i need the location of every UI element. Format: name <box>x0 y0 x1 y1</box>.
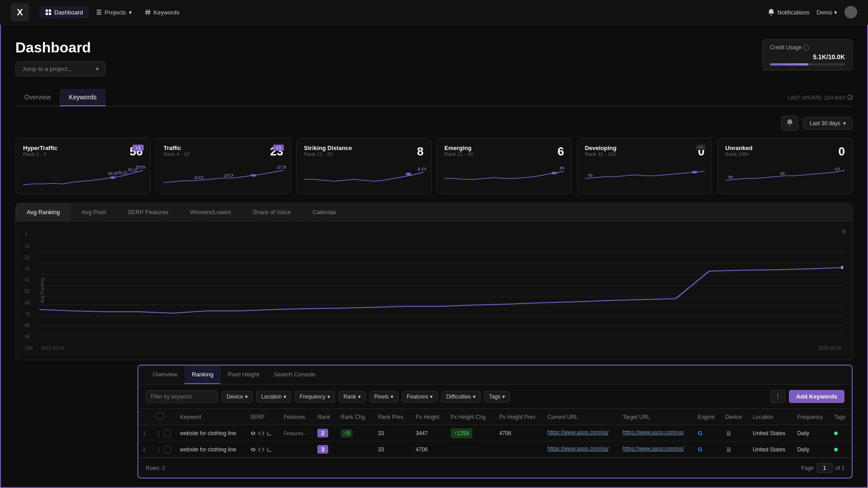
col-rank-chg[interactable]: Rank Chg. <box>336 409 373 425</box>
filter-pixels[interactable]: Pixels ▾ <box>369 391 398 403</box>
eye-icon[interactable] <box>250 446 256 453</box>
credit-value: 5.1K/10.0K <box>770 53 845 61</box>
row-checkbox[interactable] <box>164 446 171 453</box>
page-number-input[interactable] <box>816 463 833 473</box>
col-keyword[interactable]: Keyword <box>175 409 245 425</box>
col-features[interactable]: Features <box>279 409 313 425</box>
col-device[interactable]: Device <box>721 409 749 425</box>
code-icon[interactable] <box>258 446 264 453</box>
notifications-button[interactable]: Notifications <box>768 9 810 16</box>
chart-tab-calendar[interactable]: Calendar <box>302 203 347 221</box>
chart-tab-avg-ranking[interactable]: Avg Ranking <box>16 203 71 221</box>
table-section: Overview Ranking Pixel Height Search Con… <box>137 365 853 479</box>
col-px-height-chg[interactable]: Px Height Chg. <box>446 409 495 425</box>
chart-tab-winners-losers[interactable]: Winners/Losers <box>179 203 242 221</box>
metric-card-unranked: Unranked Rank 100+ 0 8 8 0 <box>717 138 853 194</box>
filter-device[interactable]: Device ▾ <box>222 391 253 403</box>
table-tab-search-console[interactable]: Search Console <box>266 366 323 384</box>
eye-icon[interactable] <box>250 430 256 436</box>
row-px-height-prev: 4706 <box>495 425 543 441</box>
row-px-height: 3447 <box>411 425 446 441</box>
filter-location[interactable]: Location ▾ <box>256 391 291 403</box>
projects-dropdown-icon: ▾ <box>129 9 132 16</box>
filter-features[interactable]: Features ▾ <box>402 391 438 403</box>
svg-text:5: 5 <box>588 173 593 178</box>
table-tab-overview[interactable]: Overview <box>146 366 184 384</box>
col-rank-prev[interactable]: Rank Prev. <box>373 409 411 425</box>
table-tab-pixel-height[interactable]: Pixel Height <box>221 366 266 384</box>
svg-text:23: 23 <box>276 165 286 169</box>
table-wrapper: Keyword SERP Features Rank Rank Chg. Ran… <box>138 409 852 458</box>
tab-overview[interactable]: Overview <box>15 89 60 106</box>
rows-count: Rows: 2 <box>146 465 165 471</box>
chart-tab-share-of-voice[interactable]: Share of Voice <box>242 203 302 221</box>
refresh-icon[interactable] <box>847 95 853 100</box>
row-menu[interactable]: ⋮ <box>152 441 175 458</box>
table-tab-ranking[interactable]: Ranking <box>184 366 221 384</box>
col-checkbox <box>152 409 175 425</box>
col-frequency[interactable]: Frequency <box>793 409 830 425</box>
svg-text:0: 0 <box>835 167 840 171</box>
row-dots[interactable]: ⋮ <box>156 430 162 436</box>
col-current-url[interactable]: Current URL <box>543 409 618 425</box>
credit-bar-fill <box>770 63 808 66</box>
alert-bell-button[interactable] <box>781 116 798 131</box>
col-location[interactable]: Location <box>748 409 793 425</box>
metric-title: Emerging <box>444 145 473 151</box>
svg-point-20 <box>551 172 557 174</box>
row-target-url[interactable]: https://www.asos.com/us/ <box>618 441 693 458</box>
svg-rect-3 <box>49 13 51 15</box>
col-engine[interactable]: Engine <box>693 409 721 425</box>
row-current-url[interactable]: https://www.asos.com/us/ <box>543 441 618 458</box>
chart-tab-avg-pixel[interactable]: Avg Pixel <box>71 203 117 221</box>
row-checkbox[interactable] <box>164 430 171 437</box>
list-icon <box>96 9 102 15</box>
x-label-1: 2022-10-15 <box>41 346 64 351</box>
filter-rank[interactable]: Rank ▾ <box>339 391 366 403</box>
logo-icon: X <box>17 7 23 18</box>
nav-keywords-label: Keywords <box>154 9 179 16</box>
y-axis-labels: 1 11 21 31 41 51 60 70 80 90 100 <box>25 230 38 351</box>
sparkline-svg: 20 20 23 <box>164 162 283 187</box>
brackets-icon[interactable] <box>266 430 273 436</box>
sparkline-svg: 5 <box>585 162 705 187</box>
nav-projects[interactable]: Projects ▾ <box>90 6 137 19</box>
row-current-url[interactable]: https://www.asos.com/us/ <box>543 425 618 441</box>
chart-tab-serp-features[interactable]: SERP Features <box>117 203 179 221</box>
nav-keywords[interactable]: Keywords <box>139 6 185 19</box>
col-target-url[interactable]: Target URL <box>618 409 693 425</box>
app-logo[interactable]: X <box>11 3 29 21</box>
demo-button[interactable]: Demo ▾ <box>816 9 837 16</box>
filter-tags[interactable]: Tags ▾ <box>484 391 510 403</box>
user-avatar[interactable] <box>844 6 857 19</box>
code-icon[interactable] <box>258 430 264 436</box>
row-target-url[interactable]: https://www.asos.com/us/ <box>618 425 693 441</box>
col-rank[interactable]: Rank <box>313 409 336 425</box>
col-tags[interactable]: Tags <box>830 409 852 425</box>
nav-projects-label: Projects <box>105 9 126 16</box>
col-serp[interactable]: SERP <box>245 409 279 425</box>
row-features <box>279 441 313 458</box>
jump-to-project[interactable]: Jump to a project... ▾ <box>15 61 106 76</box>
add-keywords-button[interactable]: Add Keywords <box>789 390 844 403</box>
row-menu[interactable]: ⋮ <box>152 425 175 441</box>
keyword-filter-input[interactable] <box>146 390 218 403</box>
row-dots[interactable]: ⋮ <box>156 446 162 453</box>
three-dot-menu[interactable]: ⋮ <box>770 390 785 403</box>
col-px-height[interactable]: Px Height <box>411 409 446 425</box>
brackets-icon[interactable] <box>266 446 273 453</box>
metric-card-header: Unranked Rank 100+ 0 <box>725 145 845 159</box>
metric-badge-dim: • • <box>696 145 706 150</box>
filter-frequency[interactable]: Frequency ▾ <box>295 391 335 403</box>
svg-text:20: 20 <box>223 173 233 178</box>
grid-icon <box>45 9 52 15</box>
nav-dashboard[interactable]: Dashboard <box>40 6 89 19</box>
date-filter-button[interactable]: Last 30 days ▾ <box>803 117 853 130</box>
filter-difficulties[interactable]: Difficulties ▾ <box>441 391 480 403</box>
col-px-height-prev[interactable]: Px Height Prev <box>495 409 543 425</box>
tab-keywords[interactable]: Keywords <box>60 89 105 106</box>
metric-count: 6 <box>557 145 564 159</box>
select-all-checkbox[interactable] <box>156 413 164 420</box>
metric-subtitle: Rank 21 - 40 <box>444 151 473 157</box>
table-row: 1 ⋮ website for clothing line <box>138 425 852 441</box>
